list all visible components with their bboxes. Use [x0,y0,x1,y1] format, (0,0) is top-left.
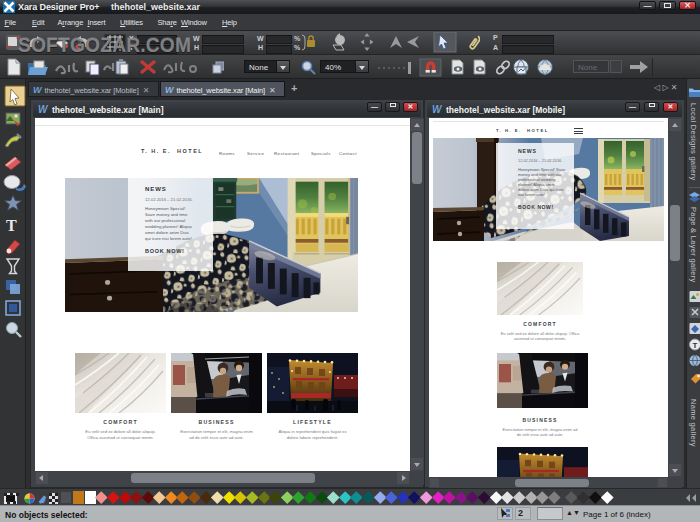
svg-text:T: T [6,217,17,234]
svg-text:T: T [692,341,697,350]
